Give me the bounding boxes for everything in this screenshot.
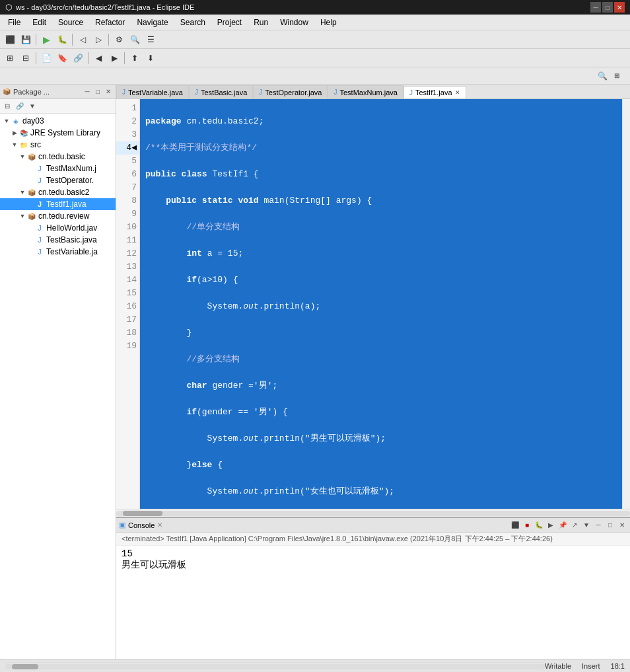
window-title: ws - day03/src/cn/tedu/basic2/TestIf1.ja… <box>16 3 194 11</box>
tree-item-cn-tedu-basic2[interactable]: ▼ 📦 cn.tedu.basic2 <box>0 186 116 198</box>
run-button[interactable]: ▶ <box>39 32 53 47</box>
code-line-7: if(a>10) { <box>145 274 617 287</box>
search-button[interactable]: 🔍 <box>596 69 609 83</box>
new-button[interactable]: ⬛ <box>3 32 17 47</box>
line-num-6: 6 <box>116 168 139 181</box>
console-icon: ▣ <box>119 521 125 529</box>
tab-close-icon[interactable]: ✕ <box>455 89 460 96</box>
tree-item-testif1[interactable]: J TestIf1.java <box>0 198 116 210</box>
line-num-15: 15 <box>116 287 139 300</box>
editor-scrollbar[interactable] <box>622 99 630 509</box>
console-status: <terminated> TestIf1 [Java Application] … <box>116 533 630 546</box>
console-menu-btn[interactable]: ▼ <box>581 520 592 531</box>
toolbar2-btn-4[interactable]: 🔖 <box>55 51 69 65</box>
menu-search[interactable]: Search <box>175 17 211 28</box>
tab-testbasic[interactable]: J TestBasic.java <box>189 85 253 98</box>
toolbar-btn-3[interactable]: ☰ <box>143 32 158 47</box>
search-bar: 🔍 ⊞ <box>0 67 630 85</box>
horizontal-scrollbar[interactable] <box>116 509 630 517</box>
tree-item-src[interactable]: ▼ 📁 src <box>0 139 116 151</box>
toolbar-btn-1[interactable]: ⚙ <box>112 32 126 47</box>
tree-item-cn-tedu-review[interactable]: ▼ 📦 cn.tedu.review <box>0 210 116 222</box>
menu-window[interactable]: Window <box>275 17 314 28</box>
tab-testif1[interactable]: J TestIf1.java ✕ <box>403 86 466 99</box>
close-button[interactable]: ✕ <box>614 2 625 13</box>
console-area: ▣ Console ✕ ⬛ ■ 🐛 ▶ 📌 ↗ ▼ ─ □ ✕ <box>116 517 630 659</box>
java-file-icon: J <box>34 235 45 245</box>
bottom-scrollbar[interactable] <box>5 662 545 670</box>
console-minimize-btn[interactable]: ─ <box>593 520 604 531</box>
menu-refactor[interactable]: Refactor <box>90 17 130 28</box>
console-close-btn[interactable]: ✕ <box>617 520 627 531</box>
tab-testmaxnum[interactable]: J TestMaxNum.java <box>328 85 403 98</box>
console-relaunch-btn[interactable]: ▶ <box>545 520 556 531</box>
collapse-all-btn[interactable]: ⊟ <box>1 100 13 112</box>
console-clear-btn[interactable]: ⬛ <box>510 520 520 531</box>
tree-item-cn-tedu-basic[interactable]: ▼ 📦 cn.tedu.basic <box>0 151 116 163</box>
code-line-5: //单分支结构 <box>145 221 617 234</box>
toolbar2-btn-6[interactable]: ◀ <box>91 51 106 65</box>
code-content[interactable]: package cn.tedu.basic2; /**本类用于测试分支结构*/ … <box>140 99 622 509</box>
menu-edit[interactable]: Edit <box>27 17 52 28</box>
console-maximize-btn[interactable]: □ <box>605 520 615 531</box>
debug-button[interactable]: 🐛 <box>55 32 69 47</box>
console-pin-btn[interactable]: 📌 <box>557 520 568 531</box>
menu-help[interactable]: Help <box>315 17 342 28</box>
code-line-2: /**本类用于测试分支结构*/ <box>145 141 617 155</box>
toolbar2-btn-2[interactable]: ⊟ <box>18 51 33 65</box>
menu-run[interactable]: Run <box>248 17 273 28</box>
toolbar-1: ⬛ 💾 ▶ 🐛 ◁ ▷ ⚙ 🔍 ☰ <box>0 30 630 49</box>
tree-item-testoperator[interactable]: J TestOperator. <box>0 174 116 186</box>
console-debug-btn[interactable]: 🐛 <box>534 520 544 531</box>
toolbar2-btn-5[interactable]: 🔗 <box>71 51 85 65</box>
tab-icon: J <box>259 89 262 96</box>
toolbar2-btn-9[interactable]: ⬇ <box>143 51 158 65</box>
package-explorer: 📦 Package ... ─ □ ✕ ⊟ 🔗 ▼ ▼ ◈ <box>0 85 116 659</box>
menu-file[interactable]: File <box>3 17 26 28</box>
line-num-4: 4◀ <box>116 141 139 155</box>
status-position: 18:1 <box>611 662 625 670</box>
tree-item-jre[interactable]: ▶ 📚 JRE System Library <box>0 127 116 139</box>
tab-label: TestOperator.java <box>265 89 322 96</box>
tree-item-day03[interactable]: ▼ ◈ day03 <box>0 115 116 127</box>
expand-arrow: ▼ <box>3 118 11 124</box>
console-open-btn[interactable]: ↗ <box>569 520 580 531</box>
perspective-button[interactable]: ⊞ <box>609 69 625 83</box>
line-num-5: 5 <box>116 155 139 168</box>
tab-testoperator[interactable]: J TestOperator.java <box>253 85 328 98</box>
console-stop-btn[interactable]: ■ <box>522 520 532 531</box>
minimize-button[interactable]: ─ <box>590 2 601 13</box>
toolbar2-btn-7[interactable]: ▶ <box>107 51 122 65</box>
package-icon: 📦 <box>26 187 37 198</box>
link-with-editor-btn[interactable]: 🔗 <box>14 100 26 112</box>
code-line-4: public static void main(String[] args) { <box>145 194 617 207</box>
menu-source[interactable]: Source <box>53 17 88 28</box>
console-title: Console <box>128 521 155 529</box>
menu-project[interactable]: Project <box>212 17 247 28</box>
tree-item-helloworld[interactable]: J HelloWorld.jav <box>0 222 116 234</box>
line-num-12: 12 <box>116 247 139 260</box>
view-menu-btn[interactable]: ▼ <box>26 100 38 112</box>
toolbar2-btn-1[interactable]: ⊞ <box>3 51 17 65</box>
maximize-sidebar-btn[interactable]: □ <box>93 87 102 96</box>
toolbar-btn-2[interactable]: 🔍 <box>127 32 142 47</box>
tree-item-testvariable[interactable]: J TestVariable.ja <box>0 246 116 258</box>
scroll-track <box>116 511 630 516</box>
minimize-sidebar-btn[interactable]: ─ <box>83 87 92 96</box>
tab-testvariable[interactable]: J TestVariable.java <box>116 85 189 98</box>
scroll-thumb-bottom <box>12 664 38 669</box>
console-content[interactable]: 15 男生可以玩滑板 <box>116 546 630 659</box>
tree-item-testmaxnum[interactable]: J TestMaxNum.j <box>0 163 116 174</box>
save-button[interactable]: 💾 <box>18 32 33 47</box>
close-sidebar-btn[interactable]: ✕ <box>104 87 113 96</box>
next-edit-button[interactable]: ▷ <box>91 32 106 47</box>
tree-item-testbasic[interactable]: J TestBasic.java <box>0 234 116 246</box>
prev-edit-button[interactable]: ◁ <box>75 32 90 47</box>
code-editor[interactable]: 1 2 3 4◀ 5 6 7 8 9 10 11 12 13 14 15 16 <box>116 99 630 509</box>
maximize-button[interactable]: □ <box>602 2 613 13</box>
menu-navigate[interactable]: Navigate <box>131 17 173 28</box>
console-close-label: ✕ <box>157 521 162 529</box>
toolbar2-btn-8[interactable]: ⬆ <box>127 51 142 65</box>
sep-4 <box>36 52 36 64</box>
toolbar2-btn-3[interactable]: 📄 <box>39 51 53 65</box>
